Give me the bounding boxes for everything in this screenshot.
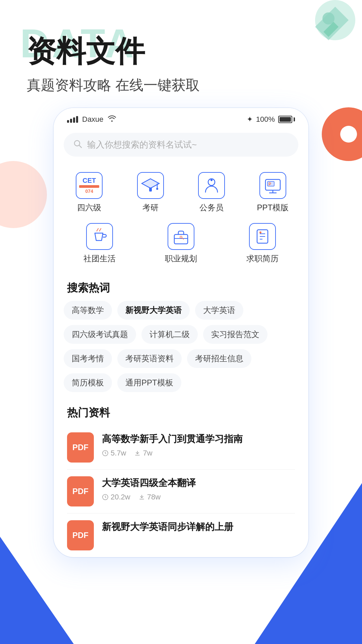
category-graduate[interactable]: 考研 (122, 169, 180, 216)
tag-8[interactable]: 考研招生信息 (187, 349, 251, 368)
svg-point-14 (210, 179, 213, 181)
category-grid-row2: 社团生活 职业规划 (54, 220, 308, 274)
category-cet-label: 四六级 (77, 202, 101, 213)
resource-item-2[interactable]: PDF 新视野大学英语同步详解的上册 (54, 514, 308, 557)
tag-5[interactable]: 实习报告范文 (203, 325, 267, 344)
signal-bar-3 (73, 117, 75, 123)
category-club[interactable]: 社团生活 (60, 220, 138, 267)
tag-7[interactable]: 考研英语资料 (117, 349, 182, 368)
category-cet[interactable]: CET 074 四六级 (60, 169, 118, 216)
carrier-label: Daxue (82, 115, 104, 124)
tag-1[interactable]: 新视野大学英语 (117, 301, 190, 320)
club-icon (86, 223, 113, 250)
phone-mockup: Daxue ✦ 100% (54, 108, 308, 557)
pdf-icon-0: PDF (67, 432, 94, 463)
svg-line-7 (79, 146, 82, 148)
search-placeholder-text: 输入你想搜索的资料名试试~ (87, 139, 197, 151)
category-civil-label: 公务员 (199, 202, 224, 213)
status-bar: Daxue ✦ 100% (54, 108, 308, 127)
signal-bar-4 (76, 116, 78, 123)
page-subtitle: 真题资料攻略 在线一键获取 (27, 76, 335, 95)
hot-tags-container: 高等数学 新视野大学英语 大学英语 四六级考试真题 计算机二级 实习报告范文 国… (54, 301, 308, 395)
svg-rect-21 (174, 234, 188, 244)
signal-bar-2 (70, 119, 72, 123)
resource-title-2: 新视野大学英语同步详解的上册 (102, 520, 295, 533)
svg-point-23 (180, 236, 182, 238)
bluetooth-icon: ✦ (247, 115, 253, 124)
category-civil[interactable]: 公务员 (183, 169, 241, 216)
page-title: 资料文件 (27, 34, 335, 69)
resource-downloads-1: 78w (138, 493, 161, 501)
status-right: ✦ 100% (247, 115, 295, 124)
grad-icon (137, 172, 164, 199)
career-icon (168, 223, 194, 250)
status-left: Daxue (67, 115, 116, 124)
resource-info-2: 新视野大学英语同步详解的上册 (102, 520, 295, 533)
search-icon (73, 139, 82, 150)
category-grad-label: 考研 (142, 202, 159, 213)
category-resume-label: 求职简历 (246, 253, 279, 264)
resource-views-0: 5.7w (102, 449, 126, 458)
category-career[interactable]: 职业规划 (142, 220, 220, 267)
pdf-icon-2: PDF (67, 520, 94, 550)
category-grid-row1: CET 074 四六级 考研 (54, 162, 308, 220)
battery-percent: 100% (256, 115, 275, 124)
search-bar[interactable]: 输入你想搜索的资料名试试~ (64, 133, 298, 157)
resource-info-0: 高等数学新手入门到贯通学习指南 5.7w 7 (102, 432, 295, 458)
phone-mockup-wrapper: Daxue ✦ 100% (0, 108, 362, 557)
resource-downloads-0: 7w (134, 449, 152, 458)
resource-stats-1: 20.2w 78w (102, 493, 295, 501)
civil-icon (198, 172, 225, 199)
resource-views-1: 20.2w (102, 493, 130, 501)
tag-10[interactable]: 通用PPT模板 (117, 373, 181, 392)
resource-item-1[interactable]: PDF 大学英语四级全本翻译 20.2w (54, 470, 308, 513)
svg-point-29 (259, 231, 261, 233)
signal-bar-1 (67, 120, 69, 123)
resource-stats-0: 5.7w 7w (102, 449, 295, 458)
tag-2[interactable]: 大学英语 (195, 301, 243, 320)
category-ppt[interactable]: P PPT模版 (244, 169, 302, 216)
svg-rect-10 (149, 187, 152, 192)
resource-info-1: 大学英语四级全本翻译 20.2w 78w (102, 476, 295, 501)
resource-title-1: 大学英语四级全本翻译 (102, 476, 295, 489)
signal-bars (67, 116, 78, 123)
svg-point-6 (74, 141, 80, 146)
wifi-icon (108, 115, 116, 124)
category-ppt-label: PPT模版 (257, 202, 289, 213)
header-section: DATA 资料文件 真题资料攻略 在线一键获取 (0, 0, 362, 108)
ppt-icon: P (259, 172, 286, 199)
tag-0[interactable]: 高等数学 (64, 301, 112, 320)
category-club-label: 社团生活 (83, 253, 116, 264)
tag-9[interactable]: 简历模板 (64, 373, 112, 392)
hot-search-title: 搜索热词 (54, 274, 308, 301)
resource-title-0: 高等数学新手入门到贯通学习指南 (102, 432, 295, 445)
battery-icon (278, 116, 295, 123)
category-career-label: 职业规划 (165, 253, 197, 264)
pdf-icon-1: PDF (67, 476, 94, 506)
svg-marker-8 (142, 179, 159, 188)
tag-6[interactable]: 国考考情 (64, 349, 112, 368)
category-resume[interactable]: 求职简历 (224, 220, 302, 267)
tag-4[interactable]: 计算机二级 (141, 325, 198, 344)
svg-point-12 (156, 188, 158, 190)
cet-icon: CET 074 (76, 172, 103, 199)
resume-icon (249, 223, 276, 250)
hot-resources-title: 热门资料 (54, 399, 308, 426)
tag-3[interactable]: 四六级考试真题 (64, 325, 136, 344)
resource-item-0[interactable]: PDF 高等数学新手入门到贯通学习指南 5.7w (54, 426, 308, 469)
svg-text:P: P (268, 182, 271, 186)
